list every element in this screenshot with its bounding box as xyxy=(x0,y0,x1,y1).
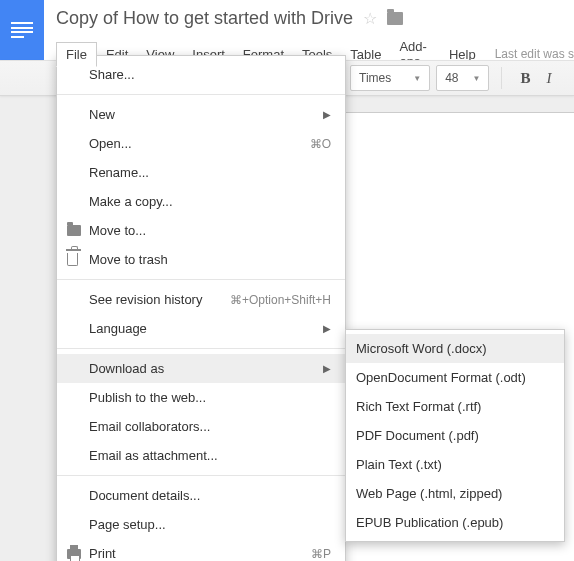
menu-item-language[interactable]: Language ▶ xyxy=(57,314,345,343)
docs-logo[interactable] xyxy=(0,0,44,60)
header: Copy of How to get started with Drive ☆ … xyxy=(0,0,574,60)
menu-item-move-to-trash[interactable]: Move to trash xyxy=(57,245,345,274)
submenu-arrow-icon: ▶ xyxy=(323,363,331,374)
menu-item-new[interactable]: New ▶ xyxy=(57,100,345,129)
download-html[interactable]: Web Page (.html, zipped) xyxy=(346,479,564,508)
submenu-arrow-icon: ▶ xyxy=(323,109,331,120)
separator xyxy=(501,67,502,89)
chevron-down-icon: ▼ xyxy=(413,74,421,83)
menu-item-rename[interactable]: Rename... xyxy=(57,158,345,187)
download-pdf[interactable]: PDF Document (.pdf) xyxy=(346,421,564,450)
menu-item-download-as[interactable]: Download as ▶ xyxy=(57,354,345,383)
print-icon xyxy=(67,549,81,559)
menu-item-revision-history[interactable]: See revision history ⌘+Option+Shift+H xyxy=(57,285,345,314)
download-epub[interactable]: EPUB Publication (.epub) xyxy=(346,508,564,537)
font-size-select[interactable]: 48 ▼ xyxy=(436,65,489,91)
menu-item-document-details[interactable]: Document details... xyxy=(57,481,345,510)
star-icon[interactable]: ☆ xyxy=(363,9,377,28)
font-name: Times xyxy=(359,71,391,85)
download-txt[interactable]: Plain Text (.txt) xyxy=(346,450,564,479)
shortcut-hint: ⌘O xyxy=(310,137,331,151)
download-docx[interactable]: Microsoft Word (.docx) xyxy=(346,334,564,363)
title-row: Copy of How to get started with Drive ☆ xyxy=(56,8,574,29)
download-odt[interactable]: OpenDocument Format (.odt) xyxy=(346,363,564,392)
menu-item-print[interactable]: Print ⌘P xyxy=(57,539,345,561)
download-rtf[interactable]: Rich Text Format (.rtf) xyxy=(346,392,564,421)
menu-item-share[interactable]: Share... xyxy=(57,60,345,89)
separator xyxy=(57,279,345,280)
menu-item-publish[interactable]: Publish to the web... xyxy=(57,383,345,412)
trash-icon xyxy=(67,253,78,266)
menu-item-open[interactable]: Open... ⌘O xyxy=(57,129,345,158)
bold-button[interactable]: B xyxy=(514,70,536,87)
menu-item-email-collaborators[interactable]: Email collaborators... xyxy=(57,412,345,441)
folder-icon xyxy=(67,225,81,236)
file-menu: Share... New ▶ Open... ⌘O Rename... Make… xyxy=(56,55,346,561)
docs-logo-icon xyxy=(11,22,33,38)
chevron-down-icon: ▼ xyxy=(473,74,481,83)
separator xyxy=(57,348,345,349)
document-title[interactable]: Copy of How to get started with Drive xyxy=(56,8,353,29)
font-size: 48 xyxy=(445,71,458,85)
menu-item-email-attachment[interactable]: Email as attachment... xyxy=(57,441,345,470)
folder-icon[interactable] xyxy=(387,12,403,25)
menu-item-make-copy[interactable]: Make a copy... xyxy=(57,187,345,216)
menu-item-move-to[interactable]: Move to... xyxy=(57,216,345,245)
separator xyxy=(57,94,345,95)
download-as-submenu: Microsoft Word (.docx) OpenDocument Form… xyxy=(345,329,565,542)
italic-button[interactable]: I xyxy=(542,70,555,87)
shortcut-hint: ⌘+Option+Shift+H xyxy=(230,293,331,307)
submenu-arrow-icon: ▶ xyxy=(323,323,331,334)
menu-item-page-setup[interactable]: Page setup... xyxy=(57,510,345,539)
shortcut-hint: ⌘P xyxy=(311,547,331,561)
menu-file[interactable]: File xyxy=(56,42,97,67)
separator xyxy=(57,475,345,476)
font-select[interactable]: Times ▼ xyxy=(350,65,430,91)
